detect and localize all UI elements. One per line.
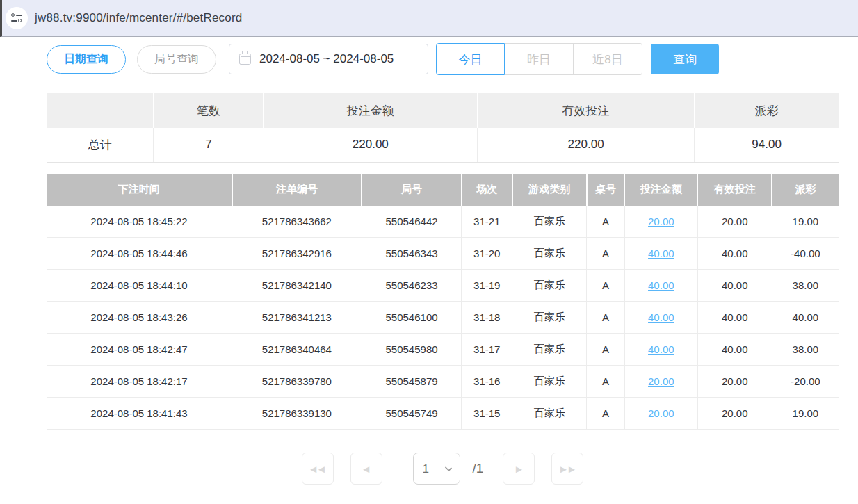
summary-header-valid-bet: 有效投注 xyxy=(478,93,695,128)
bet-amount-cell: 20.00 xyxy=(624,366,697,398)
bet-time-cell: 2024-08-05 18:42:47 xyxy=(47,334,232,366)
table-row: 2024-08-05 18:43:26 521786341213 5505461… xyxy=(47,302,839,334)
table-no-cell: A xyxy=(587,334,625,366)
game-type-cell: 百家乐 xyxy=(512,206,587,238)
header-game-type: 游戏类别 xyxy=(512,174,587,206)
url-text[interactable]: jw88.tv:9900/infe/mcenter/#/betRecord xyxy=(35,11,242,25)
summary-header-row: 笔数 投注金额 有效投注 派彩 xyxy=(47,93,839,128)
browser-address-bar[interactable]: jw88.tv:9900/infe/mcenter/#/betRecord xyxy=(0,0,858,37)
bet-amount-link[interactable]: 40.00 xyxy=(648,343,674,355)
bet-time-cell: 2024-08-05 18:44:46 xyxy=(47,238,232,270)
quick-btn-last8days[interactable]: 近8日 xyxy=(574,43,642,75)
table-row: 2024-08-05 18:44:46 521786342916 5505463… xyxy=(47,238,839,270)
valid-bet-cell: 20.00 xyxy=(697,398,772,430)
order-no-cell: 521786339130 xyxy=(232,398,362,430)
summary-header-blank xyxy=(47,93,154,128)
prev-page-button[interactable]: ◄ xyxy=(350,453,382,485)
calendar-icon xyxy=(239,54,251,65)
bet-amount-link[interactable]: 20.00 xyxy=(648,407,674,419)
payout-cell: 40.00 xyxy=(772,302,839,334)
table-row: 2024-08-05 18:42:47 521786340464 5505459… xyxy=(47,334,839,366)
game-type-cell: 百家乐 xyxy=(512,366,587,398)
bet-amount-link[interactable]: 40.00 xyxy=(648,279,674,291)
bet-amount-cell: 20.00 xyxy=(624,206,697,238)
table-no-cell: A xyxy=(587,238,625,270)
bet-amount-cell: 20.00 xyxy=(624,398,697,430)
page-total: /1 xyxy=(473,461,484,476)
session-cell: 31-20 xyxy=(462,238,512,270)
header-bet-time: 下注时间 xyxy=(47,174,232,206)
summary-total-payout: 94.00 xyxy=(695,128,839,162)
payout-cell: 19.00 xyxy=(772,206,839,238)
table-no-cell: A xyxy=(587,366,625,398)
quick-btn-today[interactable]: 今日 xyxy=(436,43,505,75)
bet-amount-link[interactable]: 20.00 xyxy=(648,216,674,227)
summary-table: 笔数 投注金额 有效投注 派彩 总计 7 220.00 220.00 94.00 xyxy=(47,93,839,163)
next-page-button[interactable]: ► xyxy=(503,453,535,485)
date-range-value: 2024-08-05 ~ 2024-08-05 xyxy=(259,52,394,66)
next-page-icon: ► xyxy=(514,463,524,475)
session-cell: 31-21 xyxy=(462,206,512,238)
bet-amount-link[interactable]: 20.00 xyxy=(648,375,674,387)
table-no-cell: A xyxy=(587,270,625,302)
quick-date-group: 今日 昨日 近8日 xyxy=(436,43,642,75)
last-page-button[interactable]: ►► xyxy=(551,453,583,485)
valid-bet-cell: 40.00 xyxy=(697,270,772,302)
round-no-cell: 550546233 xyxy=(362,270,462,302)
pagination-bar: ◄◄ ◄ 1 /1 ► ►► xyxy=(47,453,839,485)
table-no-cell: A xyxy=(587,398,625,430)
bet-time-cell: 2024-08-05 18:45:22 xyxy=(47,206,232,238)
valid-bet-cell: 40.00 xyxy=(697,302,772,334)
search-button[interactable]: 查询 xyxy=(651,44,719,74)
payout-cell: 38.00 xyxy=(772,334,839,366)
table-no-cell: A xyxy=(587,302,625,334)
summary-total-count: 7 xyxy=(154,128,264,162)
game-type-cell: 百家乐 xyxy=(512,302,587,334)
header-order-no: 注单编号 xyxy=(232,174,362,206)
date-range-input[interactable]: 2024-08-05 ~ 2024-08-05 xyxy=(229,44,428,74)
last-page-icon: ►► xyxy=(558,463,575,475)
first-page-button[interactable]: ◄◄ xyxy=(302,453,334,485)
bet-record-table: 下注时间 注单编号 局号 场次 游戏类别 桌号 投注金额 有效投注 派彩 202… xyxy=(47,174,839,430)
filter-toolbar: 日期查询 局号查询 2024-08-05 ~ 2024-08-05 今日 昨日 … xyxy=(47,43,839,75)
page-select-wrap: 1 xyxy=(413,453,460,485)
bet-time-cell: 2024-08-05 18:41:43 xyxy=(47,398,232,430)
table-no-cell: A xyxy=(587,206,625,238)
header-valid-bet: 有效投注 xyxy=(697,174,772,206)
bet-amount-cell: 40.00 xyxy=(624,334,697,366)
payout-cell: -40.00 xyxy=(772,238,839,270)
round-no-cell: 550546343 xyxy=(362,238,462,270)
header-round-no: 局号 xyxy=(362,174,462,206)
round-no-cell: 550545749 xyxy=(362,398,462,430)
summary-header-payout: 派彩 xyxy=(695,93,839,128)
order-no-cell: 521786342140 xyxy=(232,270,362,302)
table-row: 2024-08-05 18:41:43 521786339130 5505457… xyxy=(47,398,839,430)
page-select[interactable]: 1 xyxy=(413,453,460,485)
valid-bet-cell: 40.00 xyxy=(697,334,772,366)
summary-header-bet-amount: 投注金额 xyxy=(264,93,478,128)
bet-amount-cell: 40.00 xyxy=(624,270,697,302)
bet-amount-link[interactable]: 40.00 xyxy=(648,247,674,259)
session-cell: 31-18 xyxy=(462,302,512,334)
site-info-icon[interactable] xyxy=(6,7,28,29)
round-no-cell: 550545879 xyxy=(362,366,462,398)
date-query-tab[interactable]: 日期查询 xyxy=(47,45,126,74)
order-no-cell: 521786341213 xyxy=(232,302,362,334)
bet-amount-link[interactable]: 40.00 xyxy=(648,311,674,323)
table-row: 2024-08-05 18:45:22 521786343662 5505464… xyxy=(47,206,839,238)
round-query-tab[interactable]: 局号查询 xyxy=(137,45,216,74)
summary-total-row: 总计 7 220.00 220.00 94.00 xyxy=(47,128,839,162)
summary-total-label: 总计 xyxy=(47,128,154,162)
bet-amount-cell: 40.00 xyxy=(624,238,697,270)
game-type-cell: 百家乐 xyxy=(512,334,587,366)
bet-time-cell: 2024-08-05 18:42:17 xyxy=(47,366,232,398)
game-type-cell: 百家乐 xyxy=(512,270,587,302)
bet-record-page: 日期查询 局号查询 2024-08-05 ~ 2024-08-05 今日 昨日 … xyxy=(47,43,839,485)
payout-cell: 38.00 xyxy=(772,270,839,302)
payout-cell: 19.00 xyxy=(772,398,839,430)
quick-btn-yesterday[interactable]: 昨日 xyxy=(505,43,574,75)
summary-total-valid-bet: 220.00 xyxy=(478,128,695,162)
first-page-icon: ◄◄ xyxy=(308,463,325,475)
payout-cell: -20.00 xyxy=(772,366,839,398)
table-row: 2024-08-05 18:44:10 521786342140 5505462… xyxy=(47,270,839,302)
